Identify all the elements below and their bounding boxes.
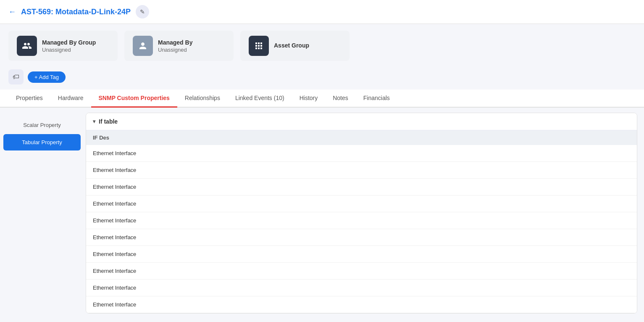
tab-hardware[interactable]: Hardware (50, 90, 91, 108)
managed-by-group-card[interactable]: Managed By Group Unassigned (8, 31, 118, 61)
table-area: ▾ If table IF Des Ethernet Interface Eth… (86, 113, 637, 314)
managed-by-group-label: Managed By Group (42, 39, 96, 46)
tab-financials[interactable]: Financials (356, 90, 397, 108)
tab-linked-events[interactable]: Linked Events (10) (228, 90, 292, 108)
tag-icon: 🏷 (13, 73, 19, 81)
table-row: Ethernet Interface (86, 145, 637, 162)
table-row: Ethernet Interface (86, 280, 637, 296)
tag-row: 🏷 + Add Tag (0, 68, 644, 90)
table-row: Ethernet Interface (86, 296, 637, 313)
table-section-title: If table (99, 118, 118, 125)
table-row: Ethernet Interface (86, 195, 637, 212)
managed-by-group-icon (17, 36, 37, 56)
main-content: Scalar Property Tabular Property ▾ If ta… (0, 108, 644, 319)
page-title: AST-569: Motadata-D-Link-24P (21, 8, 131, 16)
tab-notes[interactable]: Notes (325, 90, 356, 108)
tab-relationships[interactable]: Relationships (177, 90, 228, 108)
page-header: ← AST-569: Motadata-D-Link-24P ✎ (0, 0, 644, 24)
asset-group-label: Asset Group (274, 42, 309, 49)
managed-by-label: Managed By (158, 39, 192, 46)
managed-by-group-text: Managed By Group Unassigned (42, 39, 96, 53)
chevron-down-icon[interactable]: ▾ (93, 119, 95, 124)
table-row: Ethernet Interface (86, 212, 637, 229)
tab-properties[interactable]: Properties (8, 90, 50, 108)
sidebar-item-tabular-property[interactable]: Tabular Property (3, 134, 81, 150)
table-row: Ethernet Interface (86, 263, 637, 280)
managed-by-card[interactable]: Managed By Unassigned (124, 31, 234, 61)
add-tag-button[interactable]: + Add Tag (28, 71, 66, 83)
back-button[interactable]: ← (8, 8, 16, 16)
asset-group-icon (249, 36, 269, 56)
table-column-header: IF Des (86, 130, 637, 145)
tabs-bar: Properties Hardware SNMP Custom Properti… (0, 90, 644, 108)
managed-by-group-value: Unassigned (42, 47, 96, 53)
asset-group-card[interactable]: Asset Group (240, 31, 350, 61)
managed-by-icon (133, 36, 153, 56)
managed-by-text: Managed By Unassigned (158, 39, 192, 53)
tag-icon-button[interactable]: 🏷 (8, 69, 24, 84)
managed-by-value: Unassigned (158, 47, 192, 53)
table-row: Ethernet Interface (86, 179, 637, 195)
edit-button[interactable]: ✎ (136, 5, 149, 18)
tab-history[interactable]: History (292, 90, 326, 108)
sidebar-item-scalar-property[interactable]: Scalar Property (3, 117, 81, 133)
sidebar: Scalar Property Tabular Property (0, 108, 84, 319)
table-row: Ethernet Interface (86, 162, 637, 179)
asset-group-text: Asset Group (274, 42, 309, 50)
info-cards-row: Managed By Group Unassigned Managed By U… (0, 24, 644, 68)
tab-snmp-custom-properties[interactable]: SNMP Custom Properties (91, 90, 177, 108)
table-row: Ethernet Interface (86, 246, 637, 263)
table-row: Ethernet Interface (86, 229, 637, 246)
edit-icon: ✎ (140, 8, 145, 15)
table-section-header: ▾ If table (86, 113, 637, 130)
